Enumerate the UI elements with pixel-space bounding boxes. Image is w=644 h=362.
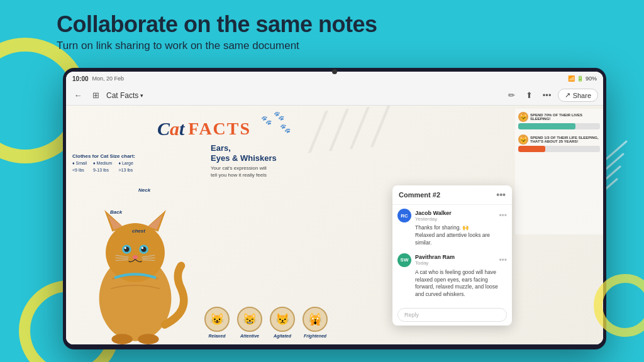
header-section: Collaborate on the same notes Turn on li… [57,11,377,52]
ears-section: Ears,Eyes & Whiskers Your cat's expressi… [211,143,277,179]
sub-title: Turn on link sharing to work on the same… [57,40,377,52]
comment-item-more-2[interactable]: ••• [499,256,507,265]
sleep-bar-fill-1 [518,123,575,129]
sleep-bar-text-1: SPEND 70% OF THEIR LIVES SLEEPING! [530,113,600,121]
facts-word: FACTS [188,119,251,139]
sleep-cat-icon-2: 🐱 [518,134,528,145]
tablet-screen: 10:00 Mon, 20 Feb 📶 🔋 90% ← ⊞ Cat Facts … [66,72,603,344]
comment-avatar-2: SW [397,253,411,267]
back-label: Back [110,209,122,215]
reply-placeholder: Reply [404,312,419,318]
comment-text-1: Thanks for sharing. 🙌Relaxed and attenti… [415,224,507,247]
size-large: ♦ Large>13 lbs [118,160,133,173]
svg-point-24 [138,334,158,344]
comment-author-2: Pavithran Ram [415,254,495,260]
svg-point-16 [133,255,138,259]
status-date: Mon, 20 Feb [92,75,125,82]
size-small: ♦ Small<9 lbs [72,160,87,173]
face-agitated-label: Agitated [274,334,291,338]
face-agitated: 😾 Agitated [270,307,295,338]
scratch-decoration: ╱╱╱╱ [307,111,392,146]
size-chart: Clothes for Cat Size chart: ♦ Small<9 lb… [72,153,135,173]
sleep-bar-fill-2 [518,146,545,152]
svg-point-14 [125,247,126,249]
comment-author-1: Jacob Walker [415,210,495,216]
export-button[interactable]: ⬆ [523,89,536,102]
face-frightened-img: 🙀 [303,307,328,332]
comment-time-1: Yesterday [415,216,495,222]
tablet-device: 10:00 Mon, 20 Feb 📶 🔋 90% ← ⊞ Cat Facts … [63,68,606,349]
grid-button[interactable]: ⊞ [89,89,103,102]
cat-figure [72,181,198,344]
face-agitated-img: 😾 [270,307,295,332]
face-frightened: 🙀 Frightened [303,307,328,338]
app-toolbar: ← ⊞ Cat Facts ▾ ✏ ⬆ ••• ↗ Share [66,85,603,106]
face-relaxed-img: 😺 [204,307,230,332]
avatar-initials-1: RC [401,213,408,219]
share-button[interactable]: ↗ Share [558,89,598,102]
svg-point-23 [111,334,132,344]
neck-label: Neck [138,187,150,193]
size-chart-title: Clothes for Cat Size chart: [72,153,135,160]
back-button[interactable]: ← [71,89,85,102]
sleep-bar-1: 🐱 SPEND 70% OF THEIR LIVES SLEEPING! [518,112,600,129]
paw-print-2: 🐾 [280,123,291,133]
ears-title: Ears,Eyes & Whiskers [211,143,277,163]
main-title: Collaborate on the same notes [57,11,377,37]
comment-header: Comment #2 ••• [392,185,512,205]
reply-input[interactable]: Reply [397,308,507,322]
ears-desc: Your cat's expression willtell you how i… [211,165,277,178]
face-attentive-img: 😸 [237,307,262,332]
comment-more-button[interactable]: ••• [496,190,506,200]
face-attentive: 😸 Attentive [237,307,262,338]
share-label: Share [573,92,591,99]
comment-item-more-1[interactable]: ••• [499,211,507,220]
sleep-cat-icon-1: 🐱 [518,112,528,122]
avatar-initials-2: SW [401,257,409,263]
size-medium: ♦ Medium9-13 lbs [93,160,112,173]
svg-point-15 [142,247,143,249]
comment-meta-2: Pavithran Ram Today [415,254,495,266]
face-attentive-label: Attentive [240,334,259,338]
signal-icon: 📶 [568,75,575,82]
cat-facts-title-group: Cat FACTS [157,118,251,140]
content-area: ╱╱╱╱ Cat FACTS 🐾 🐾 🐾 Clothes for Cat Siz… [66,106,603,344]
share-icon: ↗ [565,91,570,99]
doc-title-text: Cat Facts [106,91,138,100]
comment-list: RC Jacob Walker Yesterday ••• Thanks for… [392,205,512,305]
sleep-bar-track-1 [518,123,600,129]
sleep-bar-track-2 [518,146,600,152]
sleep-bar-2: 🐱 SPEND 1/3 OF THEIR LIFE SLEEPING, THAT… [518,134,600,152]
paw-print-1: 🐾 [261,115,272,125]
comment-panel: Comment #2 ••• RC Jacob Walker [392,185,512,326]
face-frightened-label: Frightened [304,334,326,338]
tablet-camera [332,69,337,74]
chest-label: chest [132,228,145,234]
sleep-bars: 🐱 SPEND 70% OF THEIR LIVES SLEEPING! 🐱 S… [515,109,603,234]
battery-pct: 90% [586,75,597,82]
face-relaxed-label: Relaxed [209,334,226,338]
status-icons: 📶 🔋 90% [568,75,597,82]
comment-item-2: SW Pavithran Ram Today ••• A cat who is … [397,253,507,299]
comment-text-2: A cat who is feeling good will have rela… [415,269,507,299]
comment-time-2: Today [415,260,495,266]
comment-item-1: RC Jacob Walker Yesterday ••• Thanks for… [397,209,507,247]
status-time: 10:00 [72,75,89,82]
doc-title[interactable]: Cat Facts ▾ [106,91,143,100]
battery-icon: 🔋 [577,75,584,82]
cat-word: Cat [157,118,184,140]
more-button[interactable]: ••• [540,89,554,102]
sleep-bar-text-2: SPEND 1/3 OF THEIR LIFE SLEEPING, THAT'S… [530,136,600,143]
cat-faces-row: 😺 Relaxed 😸 Attentive 😾 Agitated 🙀 Frigh… [204,307,328,338]
pencil-icon[interactable]: ✏ [505,89,519,102]
comment-avatar-1: RC [397,209,411,222]
note-canvas[interactable]: ╱╱╱╱ Cat FACTS 🐾 🐾 🐾 Clothes for Cat Siz… [66,106,603,344]
chevron-down-icon: ▾ [140,92,143,99]
paw-print-3: 🐾 [274,111,284,121]
face-relaxed: 😺 Relaxed [204,307,230,338]
comment-title: Comment #2 [399,191,440,199]
comment-meta-1: Jacob Walker Yesterday [415,210,495,222]
